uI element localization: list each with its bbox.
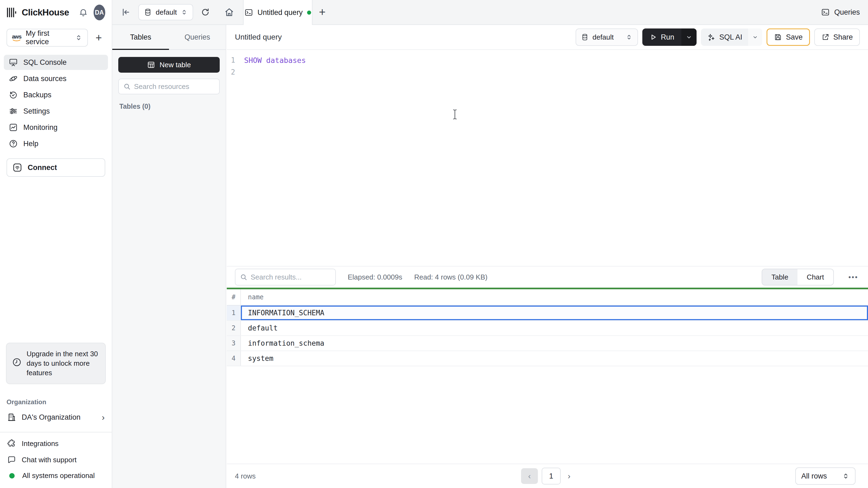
sql-console-icon bbox=[9, 58, 18, 67]
sql-ai-button[interactable]: SQL AI bbox=[701, 29, 763, 46]
new-tab-button[interactable]: + bbox=[312, 0, 332, 24]
table-header-row: # name bbox=[227, 289, 868, 305]
clock-icon bbox=[12, 357, 22, 367]
row-number: 4 bbox=[227, 351, 241, 366]
table-row[interactable]: 3 information_schema bbox=[227, 336, 868, 351]
read-stats: Read: 4 rows (0.09 KB) bbox=[414, 273, 488, 282]
editor-database-selector[interactable]: default bbox=[576, 29, 638, 46]
save-label: Save bbox=[786, 33, 803, 41]
sidebar-item-sql-console[interactable]: SQL Console bbox=[4, 55, 108, 70]
sql-ai-label: SQL AI bbox=[719, 33, 742, 41]
row-number: 1 bbox=[227, 305, 241, 320]
run-label: Run bbox=[661, 33, 674, 41]
more-options-icon[interactable]: ••• bbox=[846, 273, 861, 282]
code-text: SHOW databases bbox=[244, 56, 306, 65]
tab-tables[interactable]: Tables bbox=[112, 25, 169, 50]
resources-search bbox=[118, 78, 220, 94]
aws-logo-icon: aws bbox=[12, 34, 22, 42]
chevron-right-icon: › bbox=[102, 412, 105, 422]
chevron-updown-icon bbox=[625, 34, 632, 41]
database-selector[interactable]: default bbox=[138, 4, 193, 20]
sidebar-item-monitoring[interactable]: Monitoring bbox=[4, 120, 108, 135]
table-row[interactable]: 2 default bbox=[227, 321, 868, 336]
organization-heading: Organization bbox=[0, 391, 112, 408]
code-line: 2 bbox=[227, 66, 868, 78]
toggle-chart[interactable]: Chart bbox=[798, 269, 833, 285]
page-next-button[interactable]: › bbox=[564, 471, 574, 481]
queries-button[interactable]: Queries bbox=[813, 0, 868, 24]
resources-search-input[interactable] bbox=[134, 83, 225, 91]
service-selector[interactable]: aws My first service bbox=[6, 29, 88, 46]
new-table-button[interactable]: New table bbox=[118, 57, 220, 73]
save-floppy-icon bbox=[774, 33, 782, 41]
service-row: aws My first service + bbox=[0, 25, 112, 50]
refresh-icon[interactable] bbox=[199, 8, 212, 17]
sidebar-item-backups[interactable]: Backups bbox=[4, 87, 108, 102]
add-service-button[interactable]: + bbox=[92, 32, 105, 44]
view-toggle: Table Chart bbox=[762, 269, 834, 286]
service-name: My first service bbox=[26, 29, 70, 46]
line-number: 2 bbox=[227, 68, 239, 76]
table-row[interactable]: 1 INFORMATION_SCHEMA bbox=[227, 305, 868, 321]
toggle-table[interactable]: Table bbox=[762, 269, 798, 285]
run-options-chevron-icon[interactable] bbox=[681, 29, 696, 46]
page-number[interactable]: 1 bbox=[542, 468, 561, 485]
row-number: 3 bbox=[227, 336, 241, 351]
puzzle-icon bbox=[7, 439, 16, 448]
share-button[interactable]: Share bbox=[814, 29, 860, 46]
sidebar-item-label: Monitoring bbox=[23, 123, 58, 132]
sparkles-icon bbox=[707, 33, 716, 41]
chevron-updown-icon bbox=[181, 9, 188, 16]
sql-ai-chevron-icon[interactable] bbox=[748, 29, 762, 46]
save-button[interactable]: Save bbox=[767, 29, 810, 46]
page-prev-button[interactable]: ‹ bbox=[521, 468, 538, 484]
connect-button[interactable]: Connect bbox=[6, 158, 105, 177]
organization-row[interactable]: DA's Organization › bbox=[4, 410, 108, 425]
settings-sliders-icon bbox=[9, 106, 18, 116]
chevron-updown-icon bbox=[842, 472, 849, 480]
status-label: All systems operational bbox=[22, 471, 95, 480]
results-toolbar: Elapsed: 0.0009s Read: 4 rows (0.09 KB) … bbox=[227, 266, 868, 288]
editor-database-value: default bbox=[592, 33, 622, 41]
home-icon[interactable] bbox=[222, 7, 236, 18]
cell-name[interactable]: information_schema bbox=[241, 336, 868, 351]
results-footer: 4 rows ‹ 1 › All rows bbox=[227, 464, 868, 488]
status-green-dot-icon bbox=[9, 473, 14, 479]
connect-label: Connect bbox=[28, 163, 57, 172]
system-status[interactable]: All systems operational bbox=[7, 471, 105, 480]
sidebar-item-label: Settings bbox=[23, 107, 50, 116]
collapse-panel-icon[interactable] bbox=[119, 7, 132, 17]
rows-count: 4 rows bbox=[235, 472, 256, 480]
new-table-label: New table bbox=[159, 61, 191, 69]
tab-untitled-query[interactable]: Untitled query bbox=[243, 0, 312, 25]
run-button[interactable]: Run bbox=[642, 29, 696, 46]
sidebar-item-help[interactable]: Help bbox=[4, 136, 108, 151]
cell-name[interactable]: INFORMATION_SCHEMA bbox=[241, 305, 868, 320]
results-search bbox=[235, 269, 336, 286]
sidebar-item-data-sources[interactable]: Data sources bbox=[4, 71, 108, 86]
upgrade-notice[interactable]: Upgrade in the next 30 days to unlock mo… bbox=[6, 343, 106, 384]
chat-support-label: Chat with support bbox=[22, 456, 76, 464]
table-grid-icon bbox=[147, 61, 155, 69]
terminal-icon bbox=[821, 8, 830, 17]
queries-label: Queries bbox=[834, 8, 860, 17]
results-search-input[interactable] bbox=[251, 273, 341, 282]
table-row[interactable]: 4 system bbox=[227, 351, 868, 366]
integrations-link[interactable]: Integrations bbox=[7, 439, 105, 448]
sidebar-item-settings[interactable]: Settings bbox=[4, 104, 108, 119]
data-sources-icon bbox=[9, 74, 18, 83]
chat-bubble-icon bbox=[7, 455, 16, 464]
connect-wifi-icon bbox=[12, 163, 22, 172]
user-avatar[interactable]: DA bbox=[94, 5, 105, 20]
explorer-panel: Tables Queries New table Tables (0) bbox=[112, 25, 226, 488]
notifications-bell-icon[interactable] bbox=[77, 8, 90, 18]
sql-editor[interactable]: 1 SHOW databases 2 bbox=[227, 50, 868, 266]
explorer-tabs: Tables Queries bbox=[112, 25, 226, 50]
chat-support-link[interactable]: Chat with support bbox=[7, 455, 105, 464]
cell-name[interactable]: default bbox=[241, 321, 868, 335]
tab-queries[interactable]: Queries bbox=[169, 25, 226, 50]
cell-name[interactable]: system bbox=[241, 351, 868, 366]
query-title[interactable]: Untitled query bbox=[235, 33, 282, 41]
brand: ClickHouse bbox=[6, 7, 69, 18]
page-size-selector[interactable]: All rows bbox=[795, 467, 856, 485]
